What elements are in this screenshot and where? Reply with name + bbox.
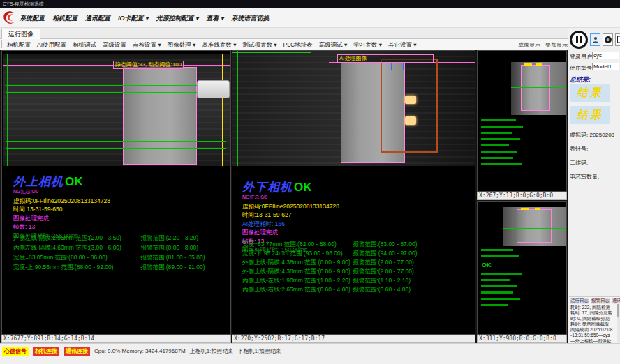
- tool-advanced-settings[interactable]: 高级设置: [103, 41, 126, 50]
- log-tab-run[interactable]: 运行日志: [570, 298, 589, 304]
- measure-line-3: [6, 141, 226, 142]
- login-user-input[interactable]: [592, 52, 619, 59]
- ng-summary-note: NG汇总:0/0: [242, 194, 339, 201]
- login-user-row: 登录用户:: [570, 53, 593, 61]
- cell-write-count-label: 电芯写数量:: [570, 173, 599, 181]
- threshold-overlay-label: 静态阈值:93, 动态阈值:100: [113, 61, 184, 69]
- log-tabs: 运行日志 报警日志 通讯日志: [569, 297, 620, 304]
- thumb-image-bottom: [503, 207, 567, 246]
- membrane-region: [517, 209, 552, 243]
- tab-run-image[interactable]: 运行图像: [1, 29, 40, 39]
- ai-score-box: [391, 63, 404, 70]
- tool-plc-address-table[interactable]: PLC地址表: [283, 41, 313, 50]
- measurement-row: 外侧上线-隔膜:4.38mm 范围:(0.00 - 9.00) 报警范围:(2.…: [242, 259, 418, 266]
- measurement-value: 内侧上线-右线:2.65mm 范围:(0.60 - 4.00): [242, 287, 351, 293]
- measurement-value: 外侧上线-隔膜:4.38mm 范围:(0.00 - 9.00): [242, 259, 351, 266]
- measure-line: [503, 228, 567, 229]
- connector-object: [197, 80, 230, 98]
- alarm-range: 报警范围:(2.00 - 77.00): [353, 268, 413, 275]
- measurement-row: 外侧左线-隔膜:2.95mm 范围:(2.00 - 3.50) 报警范围:(2.…: [13, 235, 205, 241]
- camera-viewport-upper[interactable]: 静态阈值:93, 动态阈值:100 外上相机OK NG汇总:0/0 虚拟码:0F…: [1, 50, 231, 335]
- tool-test-params[interactable]: 测试项参数 ▾: [242, 41, 276, 50]
- tool-baseline-params[interactable]: 基准线参数 ▾: [202, 41, 236, 50]
- measurement-value: 宽度=83.77mm 范围:(82.00 - 88.00): [242, 241, 351, 248]
- menu-view[interactable]: 查看 ▾: [207, 14, 224, 23]
- menu-io-config[interactable]: IO卡配置 ▾: [118, 14, 149, 23]
- sidebar-button-row: e: [570, 31, 620, 49]
- info-button[interactable]: e: [603, 33, 613, 46]
- exit-button[interactable]: [615, 33, 620, 46]
- toggle-overlay-display[interactable]: 叠加显示: [545, 41, 568, 49]
- tool-spotcheck-settings[interactable]: 点检设置 ▾: [133, 41, 161, 50]
- tool-ai-usage-config[interactable]: AI使用配置: [37, 41, 66, 50]
- tool-image-processing[interactable]: 图像处理 ▾: [168, 41, 196, 50]
- camera-viewport-lower[interactable]: AI处理图像 外下相机OK NG汇总:0/0 虚拟码:0FFIline20250…: [232, 50, 475, 335]
- tool-camera-config[interactable]: 相机配置: [7, 41, 31, 50]
- tool-other-settings[interactable]: 其它设置 ▾: [388, 41, 417, 50]
- measurement-row: 内侧上线-左线:1.90mm 范围:(1.00 - 2.20) 报警范围:(1.…: [242, 278, 418, 284]
- measurement-value: 宽度-下:95.24mm 范围:(93.00 - 98.00): [242, 250, 351, 257]
- camera-name-label: 外下相机: [242, 181, 293, 194]
- thumb-result-lines: [481, 273, 523, 310]
- measure-line-2: [235, 89, 472, 89]
- pixel-coordinate-readout: X:267;Y:13;R:0;G:0;B:0: [477, 192, 567, 200]
- menu-items: 系统配置 相机配置 通讯配置 IO卡配置 ▾ 光源控制配置 ▾ 查看 ▾ 系统语…: [20, 14, 270, 23]
- menu-comm-config[interactable]: 通讯配置: [85, 14, 110, 23]
- log-scrollbar[interactable]: [617, 303, 620, 342]
- ai-time-line: AI处理耗时: 166: [242, 221, 339, 227]
- measurement-row: 宽度=83.05mm 范围:(80.00 - 86.00) 报警范围:(81.0…: [13, 255, 205, 261]
- alarm-range: 报警范围:(1.10 - 2.10): [353, 277, 411, 284]
- menu-light-config[interactable]: 光源控制配置 ▾: [156, 14, 199, 23]
- menu-bar: 系统配置 相机配置 通讯配置 IO卡配置 ▾ 光源控制配置 ▾ 查看 ▾ 系统语…: [0, 8, 620, 28]
- ai-overlay-label: AI处理图像: [337, 54, 434, 63]
- time-line: 时间:13-31-59-627: [242, 212, 339, 218]
- alarm-range: 报警范围:(0.00 - 8.00): [140, 244, 198, 251]
- pixel-coordinate-readout: X:7677;Y:891;R:14;G:14;B:14: [1, 335, 231, 343]
- alarm-range: 报警范围:(83.00 - 87.00): [353, 241, 417, 248]
- menu-camera-config[interactable]: 相机配置: [52, 14, 78, 23]
- alarm-range: 报警范围:(89.00 - 91.00): [140, 264, 205, 271]
- toolbar-grip[interactable]: [1, 40, 3, 48]
- login-user-label: 登录用户:: [570, 54, 593, 60]
- process-done-line: 图像处理完成: [13, 215, 110, 222]
- measurement-value: 宽度=83.05mm 范围:(80.00 - 86.00): [13, 255, 139, 261]
- measurement-row: 内侧左线-隔膜:4.60mm 范围:(3.00 - 6.00) 报警范围:(0.…: [13, 245, 205, 251]
- menu-language-switch[interactable]: 系统语言切换: [232, 14, 270, 23]
- menu-system-config[interactable]: 系统配置: [20, 14, 45, 23]
- measurement-value: 外侧左线-隔膜:2.95mm 范围:(2.00 - 3.50): [13, 235, 139, 241]
- measurement-row: 宽度-上:90.56mm 范围:(88.00 - 92.00) 报警范围:(89…: [13, 264, 205, 271]
- toggle-imaging-display[interactable]: 成像显示: [518, 41, 540, 49]
- thumb-viewport-top[interactable]: [477, 50, 567, 192]
- tool-advanced-debug[interactable]: 高级调试 ▾: [319, 41, 348, 50]
- process-done-line: 图像处理完成: [242, 229, 339, 236]
- thumb-label-dash: [535, 208, 540, 210]
- thumb-panel-bottom: OK X:311;Y:980;R:0;G:0;B:0: [477, 201, 567, 343]
- log-tab-alarm[interactable]: 报警日志: [591, 298, 610, 304]
- toolbar: 相机配置 AI使用配置 相机调试 高级设置 点检设置 ▾ 图像处理 ▾ 基准线参…: [0, 39, 620, 50]
- measurement-list-lower: 宽度=83.77mm 范围:(82.00 - 88.00) 报警范围:(83.0…: [242, 241, 418, 296]
- qr-code-label: 二维码:: [570, 159, 588, 167]
- user-login-button[interactable]: [590, 33, 600, 46]
- measurement-row: 宽度-下:95.24mm 范围:(93.00 - 98.00) 报警范围:(94…: [242, 250, 418, 257]
- tab-highlight-2: [405, 116, 416, 125]
- thumb-label-dash: [536, 63, 542, 66]
- pixel-coordinate-readout: X:270;Y:2502;R:17;G:17;B:17: [232, 335, 475, 343]
- tool-learning-params[interactable]: 学习参数 ▾: [353, 41, 382, 50]
- model-label: 使用型号:: [570, 65, 593, 71]
- thumb-viewport-bottom[interactable]: OK: [477, 201, 567, 335]
- tool-camera-debug[interactable]: 相机调试: [73, 41, 96, 50]
- edge-line-left: [7, 54, 8, 166]
- measure-line-2: [6, 92, 226, 93]
- measure-line-4: [6, 148, 226, 149]
- model-row: 使用型号:: [570, 64, 593, 72]
- pause-button[interactable]: [570, 31, 588, 49]
- window-title: CYS-视觉检测系统: [0, 0, 620, 8]
- time-line: 时间:13-31-59-650: [13, 206, 110, 213]
- info-icon: e: [605, 36, 612, 43]
- needle-number-label: 卷针号:: [570, 145, 588, 153]
- measurement-list-upper: 外侧左线-隔膜:2.95mm 范围:(2.00 - 3.50) 报警范围:(2.…: [13, 235, 205, 274]
- user-icon: [592, 33, 599, 46]
- status-ok-label: OK: [65, 175, 83, 188]
- model-input[interactable]: [592, 63, 619, 70]
- membrane-region: [521, 65, 550, 111]
